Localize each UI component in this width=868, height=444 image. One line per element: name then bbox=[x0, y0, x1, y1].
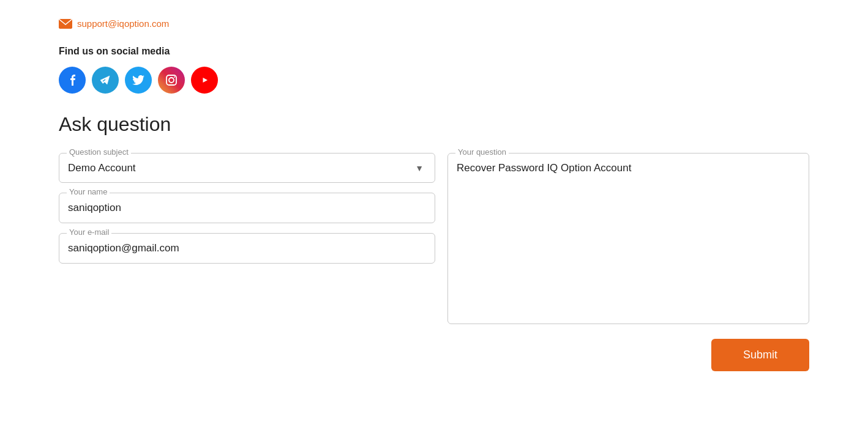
form-left-column: Question subject Demo Account Real Accou… bbox=[59, 153, 435, 264]
email-link[interactable]: support@iqoption.com bbox=[77, 18, 169, 29]
social-section: Find us on social media bbox=[59, 46, 809, 94]
telegram-icon[interactable] bbox=[92, 67, 119, 94]
question-textarea[interactable]: Recover Password IQ Option Account bbox=[457, 160, 800, 317]
subject-select-wrapper: Demo Account Real Account Deposit Withdr… bbox=[68, 160, 426, 176]
svg-point-2 bbox=[169, 78, 174, 83]
ask-question-section: Ask question Question subject Demo Accou… bbox=[59, 113, 809, 371]
instagram-icon[interactable] bbox=[158, 67, 185, 94]
name-input[interactable] bbox=[68, 199, 426, 216]
submit-button[interactable]: Submit bbox=[711, 339, 809, 371]
email-input[interactable] bbox=[68, 240, 426, 257]
name-field-group: Your name bbox=[59, 193, 435, 223]
email-icon bbox=[59, 19, 72, 29]
subject-select[interactable]: Demo Account Real Account Deposit Withdr… bbox=[68, 160, 426, 176]
social-heading: Find us on social media bbox=[59, 46, 809, 57]
subject-field-group: Question subject Demo Account Real Accou… bbox=[59, 153, 435, 183]
question-label: Your question bbox=[455, 147, 509, 157]
form-layout: Question subject Demo Account Real Accou… bbox=[59, 153, 809, 324]
name-label: Your name bbox=[67, 187, 110, 196]
email-field-group: Your e-mail bbox=[59, 233, 435, 264]
form-title: Ask question bbox=[59, 113, 809, 136]
question-textarea-wrapper: Your question Recover Password IQ Option… bbox=[447, 153, 809, 324]
question-field-group: Your question Recover Password IQ Option… bbox=[447, 153, 809, 324]
twitter-icon[interactable] bbox=[125, 67, 152, 94]
svg-point-3 bbox=[174, 76, 175, 78]
social-icons-row bbox=[59, 67, 809, 94]
email-row: support@iqoption.com bbox=[59, 18, 809, 29]
submit-row: Submit bbox=[59, 339, 809, 371]
facebook-icon[interactable] bbox=[59, 67, 86, 94]
email-field-label: Your e-mail bbox=[67, 228, 111, 237]
subject-label: Question subject bbox=[67, 147, 131, 157]
youtube-icon[interactable] bbox=[191, 67, 218, 94]
